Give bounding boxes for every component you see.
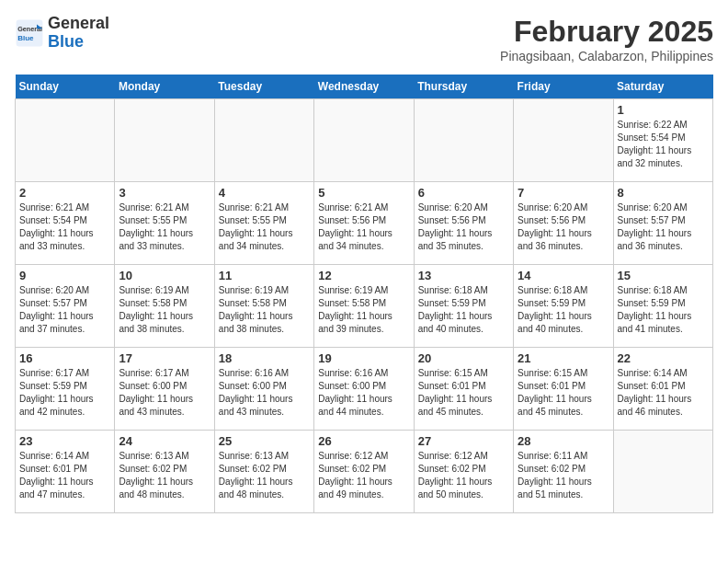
day-number: 20 [418,351,509,365]
calendar-cell: 26Sunrise: 6:12 AM Sunset: 6:02 PM Dayli… [314,431,414,513]
month-title: February 2025 [500,15,713,49]
day-number: 4 [219,186,310,200]
calendar-table: SundayMondayTuesdayWednesdayThursdayFrid… [15,75,713,513]
calendar-cell: 3Sunrise: 6:21 AM Sunset: 5:55 PM Daylig… [115,182,214,265]
location-title: Pinagsibaan, Calabarzon, Philippines [500,49,713,63]
day-number: 22 [618,351,709,365]
day-number: 13 [418,269,509,282]
calendar-week-3: 16Sunrise: 6:17 AM Sunset: 5:59 PM Dayli… [16,348,713,431]
calendar-cell: 24Sunrise: 6:13 AM Sunset: 6:02 PM Dayli… [115,431,214,513]
day-info: Sunrise: 6:21 AM Sunset: 5:55 PM Dayligh… [219,201,310,253]
day-number: 6 [418,186,509,200]
calendar-cell: 6Sunrise: 6:20 AM Sunset: 5:56 PM Daylig… [414,182,513,265]
day-info: Sunrise: 6:14 AM Sunset: 6:01 PM Dayligh… [19,450,110,501]
calendar-cell [16,99,115,182]
day-info: Sunrise: 6:21 AM Sunset: 5:55 PM Dayligh… [119,201,210,253]
calendar-cell: 21Sunrise: 6:15 AM Sunset: 6:01 PM Dayli… [514,348,613,431]
day-number: 23 [19,434,110,448]
day-info: Sunrise: 6:19 AM Sunset: 5:58 PM Dayligh… [119,284,210,336]
calendar-cell: 27Sunrise: 6:12 AM Sunset: 6:02 PM Dayli… [414,431,513,513]
day-info: Sunrise: 6:13 AM Sunset: 6:02 PM Dayligh… [119,450,210,501]
day-info: Sunrise: 6:18 AM Sunset: 5:59 PM Dayligh… [618,284,709,336]
day-number: 8 [618,186,709,200]
day-info: Sunrise: 6:13 AM Sunset: 6:02 PM Dayligh… [219,450,310,501]
day-info: Sunrise: 6:16 AM Sunset: 6:00 PM Dayligh… [318,367,409,419]
day-info: Sunrise: 6:12 AM Sunset: 6:02 PM Dayligh… [418,450,509,501]
day-number: 17 [119,351,210,365]
calendar-cell: 2Sunrise: 6:21 AM Sunset: 5:54 PM Daylig… [16,182,115,265]
day-info: Sunrise: 6:15 AM Sunset: 6:01 PM Dayligh… [418,367,509,419]
day-info: Sunrise: 6:19 AM Sunset: 5:58 PM Dayligh… [318,284,409,336]
calendar-cell [314,99,414,182]
calendar-cell: 23Sunrise: 6:14 AM Sunset: 6:01 PM Dayli… [16,431,115,513]
day-info: Sunrise: 6:19 AM Sunset: 5:58 PM Dayligh… [219,284,310,336]
day-number: 7 [518,186,609,200]
day-info: Sunrise: 6:12 AM Sunset: 6:02 PM Dayligh… [318,450,409,501]
day-info: Sunrise: 6:20 AM Sunset: 5:56 PM Dayligh… [518,201,609,253]
header: General Blue General Blue February 2025 … [15,15,713,63]
day-header-saturday: Saturday [613,75,712,99]
calendar-cell: 9Sunrise: 6:20 AM Sunset: 5:57 PM Daylig… [16,265,115,348]
calendar-cell [514,99,613,182]
day-number: 9 [19,269,110,282]
calendar-cell: 19Sunrise: 6:16 AM Sunset: 6:00 PM Dayli… [314,348,414,431]
calendar-cell: 12Sunrise: 6:19 AM Sunset: 5:58 PM Dayli… [314,265,414,348]
calendar-cell: 4Sunrise: 6:21 AM Sunset: 5:55 PM Daylig… [214,182,313,265]
day-number: 12 [318,269,409,282]
day-number: 24 [119,434,210,448]
day-info: Sunrise: 6:16 AM Sunset: 6:00 PM Dayligh… [219,367,310,419]
day-number: 10 [119,269,210,282]
day-number: 21 [518,351,609,365]
calendar-cell: 10Sunrise: 6:19 AM Sunset: 5:58 PM Dayli… [115,265,214,348]
day-headers-row: SundayMondayTuesdayWednesdayThursdayFrid… [16,75,713,99]
calendar-week-0: 1Sunrise: 6:22 AM Sunset: 5:54 PM Daylig… [16,99,713,182]
calendar-cell [214,99,313,182]
day-number: 1 [618,103,709,117]
day-info: Sunrise: 6:21 AM Sunset: 5:54 PM Dayligh… [19,201,110,253]
calendar-cell: 22Sunrise: 6:14 AM Sunset: 6:01 PM Dayli… [613,348,712,431]
day-number: 14 [518,269,609,282]
day-info: Sunrise: 6:20 AM Sunset: 5:57 PM Dayligh… [19,284,110,336]
calendar-cell: 20Sunrise: 6:15 AM Sunset: 6:01 PM Dayli… [414,348,513,431]
day-info: Sunrise: 6:20 AM Sunset: 5:57 PM Dayligh… [618,201,709,253]
calendar-week-2: 9Sunrise: 6:20 AM Sunset: 5:57 PM Daylig… [16,265,713,348]
calendar-cell: 28Sunrise: 6:11 AM Sunset: 6:02 PM Dayli… [514,431,613,513]
calendar-cell: 18Sunrise: 6:16 AM Sunset: 6:00 PM Dayli… [214,348,313,431]
day-info: Sunrise: 6:17 AM Sunset: 5:59 PM Dayligh… [19,367,110,419]
logo-icon: General Blue [15,18,44,48]
day-header-sunday: Sunday [16,75,115,99]
calendar-cell: 13Sunrise: 6:18 AM Sunset: 5:59 PM Dayli… [414,265,513,348]
day-info: Sunrise: 6:21 AM Sunset: 5:56 PM Dayligh… [318,201,409,253]
logo: General Blue General Blue [15,15,109,52]
day-number: 3 [119,186,210,200]
day-number: 18 [219,351,310,365]
day-info: Sunrise: 6:15 AM Sunset: 6:01 PM Dayligh… [518,367,609,419]
day-info: Sunrise: 6:18 AM Sunset: 5:59 PM Dayligh… [518,284,609,336]
calendar-cell [115,99,214,182]
calendar-cell [414,99,513,182]
day-number: 27 [418,434,509,448]
day-number: 25 [219,434,310,448]
day-number: 26 [318,434,409,448]
calendar-cell: 15Sunrise: 6:18 AM Sunset: 5:59 PM Dayli… [613,265,712,348]
calendar-cell: 7Sunrise: 6:20 AM Sunset: 5:56 PM Daylig… [514,182,613,265]
calendar-cell: 5Sunrise: 6:21 AM Sunset: 5:56 PM Daylig… [314,182,414,265]
logo-text: General Blue [48,15,109,52]
calendar-cell: 1Sunrise: 6:22 AM Sunset: 5:54 PM Daylig… [613,99,712,182]
day-number: 28 [518,434,609,448]
day-info: Sunrise: 6:17 AM Sunset: 6:00 PM Dayligh… [119,367,210,419]
day-number: 11 [219,269,310,282]
day-info: Sunrise: 6:20 AM Sunset: 5:56 PM Dayligh… [418,201,509,253]
calendar-cell: 16Sunrise: 6:17 AM Sunset: 5:59 PM Dayli… [16,348,115,431]
day-number: 2 [19,186,110,200]
day-header-friday: Friday [514,75,613,99]
day-number: 5 [318,186,409,200]
day-header-wednesday: Wednesday [314,75,414,99]
calendar-cell: 17Sunrise: 6:17 AM Sunset: 6:00 PM Dayli… [115,348,214,431]
day-info: Sunrise: 6:18 AM Sunset: 5:59 PM Dayligh… [418,284,509,336]
day-number: 16 [19,351,110,365]
day-number: 19 [318,351,409,365]
calendar-cell: 14Sunrise: 6:18 AM Sunset: 5:59 PM Dayli… [514,265,613,348]
day-header-monday: Monday [115,75,214,99]
svg-text:Blue: Blue [17,34,34,42]
